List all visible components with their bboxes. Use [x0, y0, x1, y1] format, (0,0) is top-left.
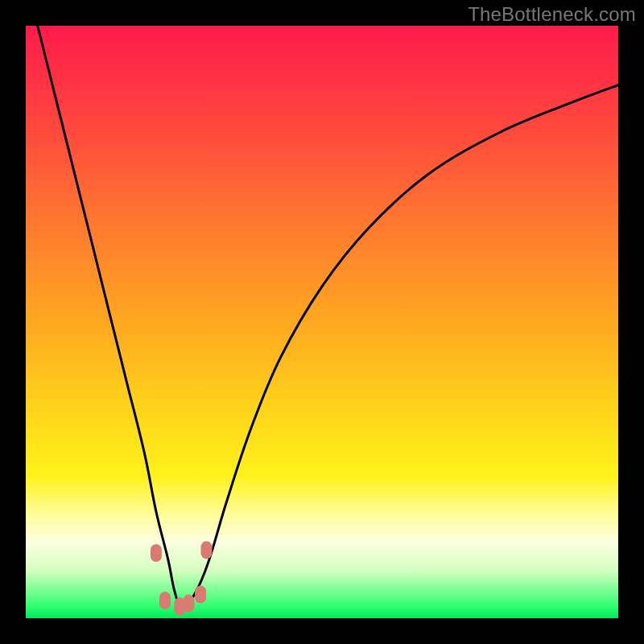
curve-marker [183, 595, 194, 613]
curve-marker [159, 592, 171, 609]
curve-marker [151, 544, 162, 562]
watermark-text: TheBottleneck.com [468, 3, 636, 26]
chart-frame: TheBottleneck.com [0, 0, 644, 644]
curve-layer [26, 26, 618, 618]
bottleneck-curve [38, 26, 618, 609]
curve-marker [200, 541, 212, 559]
plot-area [26, 26, 618, 618]
curve-marker [195, 586, 206, 604]
